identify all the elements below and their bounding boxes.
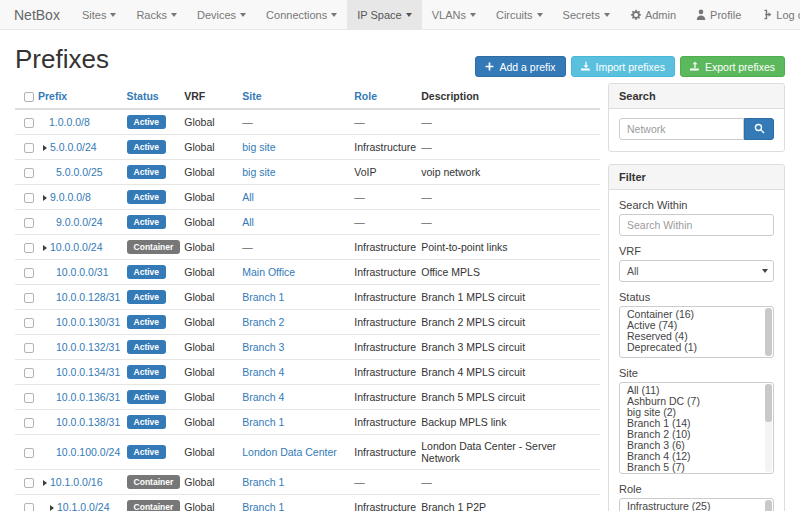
nav-item-sites[interactable]: Sites (72, 0, 126, 29)
column-header-role[interactable]: Role (354, 83, 421, 109)
prefix-link[interactable]: 10.1.0.0/24 (57, 501, 110, 511)
site-link[interactable]: big site (242, 166, 275, 178)
site-link[interactable]: Branch 4 (242, 366, 284, 378)
nav-item-secrets[interactable]: Secrets (553, 0, 620, 29)
site-link[interactable]: big site (242, 141, 275, 153)
expand-arrow-icon[interactable] (43, 480, 47, 486)
table-row: 5.0.0.0/25ActiveGlobalbig siteVoIPvoip n… (15, 160, 600, 185)
site-link[interactable]: Branch 1 (242, 416, 284, 428)
role-cell: — (354, 210, 421, 235)
role-filter-listbox[interactable]: Infrastructure (25)Management (8)Private… (619, 498, 774, 511)
expand-arrow-icon[interactable] (43, 245, 47, 251)
vrf-label: VRF (619, 245, 774, 257)
vrf-cell: Global (184, 260, 242, 285)
site-link[interactable]: All (242, 216, 254, 228)
row-checkbox[interactable] (24, 293, 34, 303)
row-checkbox[interactable] (24, 268, 34, 278)
prefix-link[interactable]: 10.0.0.136/31 (56, 391, 120, 403)
row-checkbox[interactable] (24, 418, 34, 428)
row-checkbox[interactable] (24, 193, 34, 203)
prefix-link[interactable]: 10.0.0.0/24 (50, 241, 103, 253)
expand-arrow-icon[interactable] (50, 505, 54, 511)
nav-item-ip-space[interactable]: IP Space (347, 0, 421, 29)
empty-value: — (354, 191, 365, 203)
site-link[interactable]: Branch 2 (242, 316, 284, 328)
site-link[interactable]: Branch 3 (242, 341, 284, 353)
table-header-row: PrefixStatusVRFSiteRoleDescription (15, 83, 600, 109)
site-link[interactable]: Main Office (242, 266, 295, 278)
nav-item-racks[interactable]: Racks (126, 0, 187, 29)
prefix-link[interactable]: 5.0.0.0/25 (56, 166, 103, 178)
table-row: 10.0.0.138/31ActiveGlobalBranch 1Infrast… (15, 410, 600, 435)
prefix-link[interactable]: 10.0.100.0/24 (56, 446, 120, 458)
chevron-down-icon (331, 13, 337, 17)
search-button[interactable] (744, 118, 774, 140)
site-link[interactable]: Branch 1 (242, 501, 284, 511)
row-checkbox[interactable] (24, 368, 34, 378)
prefix-link[interactable]: 10.0.0.128/31 (56, 291, 120, 303)
row-checkbox[interactable] (24, 393, 34, 403)
prefix-link[interactable]: 10.0.0.0/31 (56, 266, 109, 278)
filter-option[interactable]: COLO-1-CA (3) (622, 473, 773, 474)
site-link[interactable]: Branch 1 (242, 476, 284, 488)
filter-option[interactable]: Deprecated (1) (622, 342, 773, 353)
site-filter-listbox[interactable]: All (11)Ashburn DC (7)big site (2)Branch… (619, 382, 774, 474)
prefix-link[interactable]: 1.0.0.0/8 (49, 116, 90, 128)
row-checkbox[interactable] (24, 448, 34, 458)
row-checkbox[interactable] (24, 503, 34, 511)
prefix-link[interactable]: 10.0.0.134/31 (56, 366, 120, 378)
search-within-input[interactable] (619, 214, 774, 236)
prefix-link[interactable]: 10.0.0.132/31 (56, 341, 120, 353)
row-checkbox[interactable] (24, 318, 34, 328)
expand-arrow-icon[interactable] (43, 145, 47, 151)
vrf-cell: Global (184, 109, 242, 135)
site-link[interactable]: Branch 4 (242, 391, 284, 403)
prefix-link[interactable]: 9.0.0.0/24 (56, 216, 103, 228)
chevron-down-icon (240, 13, 246, 17)
vrf-select[interactable]: All (619, 260, 774, 282)
nav-item-vlans[interactable]: VLANs (422, 0, 486, 29)
scrollbar[interactable] (765, 308, 772, 356)
status-filter-listbox[interactable]: Container (16)Active (74)Reserved (4)Dep… (619, 306, 774, 358)
filter-option[interactable]: Infrastructure (25) (622, 501, 773, 511)
row-checkbox[interactable] (24, 168, 34, 178)
nav-item-devices[interactable]: Devices (187, 0, 256, 29)
add-prefix-button[interactable]: Add a prefix (475, 56, 565, 77)
prefix-link[interactable]: 10.1.0.0/16 (50, 476, 103, 488)
vrf-cell: Global (184, 235, 242, 260)
row-checkbox[interactable] (24, 343, 34, 353)
app-logo[interactable]: NetBox (0, 0, 72, 29)
column-header-site[interactable]: Site (242, 83, 354, 109)
import-prefixes-button[interactable]: Import prefixes (571, 56, 675, 77)
admin-menu-item[interactable]: Admin (620, 0, 686, 29)
nav-item-circuits[interactable]: Circuits (486, 0, 553, 29)
role-cell: Infrastructure (354, 335, 421, 360)
prefix-link[interactable]: 10.0.0.130/31 (56, 316, 120, 328)
select-all-checkbox[interactable] (24, 92, 34, 102)
prefix-link[interactable]: 5.0.0.0/24 (50, 141, 97, 153)
description-cell: Point-to-point links (421, 235, 600, 260)
prefix-link[interactable]: 9.0.0.0/8 (50, 191, 91, 203)
expand-arrow-icon[interactable] (43, 195, 47, 201)
site-link[interactable]: All (242, 191, 254, 203)
description-cell: — (421, 185, 600, 210)
site-link[interactable]: London Data Center (242, 446, 337, 458)
row-checkbox[interactable] (24, 143, 34, 153)
search-input[interactable] (619, 118, 744, 140)
row-checkbox[interactable] (24, 478, 34, 488)
nav-item-connections[interactable]: Connections (256, 0, 347, 29)
empty-value: — (421, 141, 432, 153)
row-checkbox[interactable] (24, 243, 34, 253)
scrollbar[interactable] (765, 500, 772, 511)
log-out-menu-item[interactable]: Log out (751, 0, 800, 29)
column-header-prefix[interactable]: Prefix (38, 83, 127, 109)
column-header-status[interactable]: Status (127, 83, 185, 109)
export-prefixes-label: Export prefixes (705, 61, 775, 73)
site-link[interactable]: Branch 1 (242, 291, 284, 303)
scrollbar[interactable] (765, 384, 772, 472)
profile-menu-item[interactable]: Profile (686, 0, 751, 29)
export-prefixes-button[interactable]: Export prefixes (680, 56, 785, 77)
row-checkbox[interactable] (24, 218, 34, 228)
prefix-link[interactable]: 10.0.0.138/31 (56, 416, 120, 428)
row-checkbox[interactable] (24, 118, 34, 128)
